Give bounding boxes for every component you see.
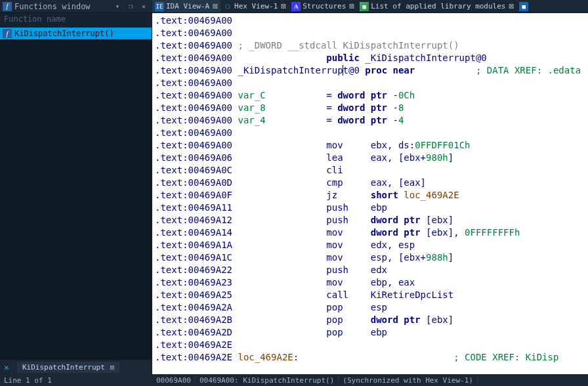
token-sp xyxy=(232,302,326,312)
disasm-status-bar: 00069A00 00469A00: KiDispatchInterrupt()… xyxy=(152,374,588,386)
token-inst: push xyxy=(326,215,348,225)
token-sp xyxy=(232,140,326,150)
token-s: edx xyxy=(371,265,387,275)
disasm-line[interactable]: .text:00469A2B pop dword ptr [ebx] xyxy=(152,314,588,326)
disasm-line[interactable]: .text:00469A12 push dword ptr [ebx] xyxy=(152,214,588,226)
function-icon: f xyxy=(3,29,12,38)
token-cmt: ; _DWORD __stdcall KiDispatchInterrupt() xyxy=(232,40,459,51)
token-s: [ebx] xyxy=(421,215,454,225)
function-item[interactable]: f KiDispatchInterrupt() xyxy=(0,28,152,39)
token-ident: _KiDispatchInterrupt@0 xyxy=(365,53,486,63)
disasm-line[interactable]: .text:00469A11 push ebp xyxy=(152,202,588,214)
address: .text:00469A2E xyxy=(155,339,232,350)
disasm-line[interactable]: .text:00469A23 mov ebp, eax xyxy=(152,276,588,289)
panel-close-icon[interactable]: ✕ xyxy=(138,2,149,11)
panel-dropdown-icon[interactable]: ▾ xyxy=(112,2,123,11)
address: .text:00469A2B xyxy=(155,314,232,325)
disasm-line[interactable]: .text:00469A00 xyxy=(152,14,588,27)
token-var: var_4 xyxy=(238,115,265,125)
token-sp xyxy=(415,65,476,75)
tab-label: Structures xyxy=(303,2,346,11)
tab-close-icon[interactable]: ⊠ xyxy=(110,363,115,372)
disasm-line[interactable]: .text:00469A0F jz short loc_469A2E xyxy=(152,189,588,202)
bottom-tab-bar: ✕ KiDispatchInterrupt ⊠ xyxy=(0,360,152,374)
token-sp xyxy=(232,165,326,175)
token-s: = xyxy=(326,90,337,100)
disasm-line[interactable]: .text:00469A00 ; _DWORD __stdcall KiDisp… xyxy=(152,39,588,52)
disasm-line[interactable]: .text:00469A00 var_8 = dword ptr -8 xyxy=(152,102,588,114)
tab-list-of-applied-library-modules[interactable]: ▦List of applied library modules⊠ xyxy=(357,0,516,13)
tab-hex-view-1[interactable]: ⬡Hex View-1⊠ xyxy=(220,0,289,13)
disasm-line[interactable]: .text:00469A1C mov esp, [ebx+988h] xyxy=(152,251,588,264)
ida-icon: IE xyxy=(155,2,164,11)
status-offset: 00069A00 xyxy=(152,376,196,385)
disasm-line[interactable]: .text:00469A0D cmp eax, [eax] xyxy=(152,177,588,189)
disasm-line[interactable]: .text:00469A2E loc_469A2E: ; CODE XREF: … xyxy=(152,351,588,364)
disasm-line[interactable]: .text:00469A2E xyxy=(152,339,588,351)
functions-window-titlebar[interactable]: f Functions window ▾ ❐ ✕ xyxy=(0,0,152,13)
tab-close-icon[interactable]: ⊠ xyxy=(281,1,286,11)
token-sp xyxy=(348,265,371,275)
token-s: eax, [ebx+ xyxy=(371,152,426,163)
disasm-line[interactable]: .text:00469A00 public _KiDispatchInterru… xyxy=(152,52,588,64)
address: .text:00469A00 xyxy=(155,65,232,75)
token-inst: mov xyxy=(326,240,343,250)
token-s: esp xyxy=(371,302,387,312)
disasm-line[interactable]: .text:00469A00 xyxy=(152,77,588,89)
functions-list[interactable]: f KiDispatchInterrupt() xyxy=(0,28,152,360)
disasm-line[interactable]: .text:00469A2A pop esp xyxy=(152,301,588,314)
token-num: 4 xyxy=(398,115,404,125)
disasm-line[interactable]: .text:00469A1A mov edx, esp xyxy=(152,239,588,251)
functions-window-panel: f Functions window ▾ ❐ ✕ Function name f… xyxy=(0,0,152,386)
tab-close-icon[interactable]: ⊠ xyxy=(213,1,218,11)
tab-close-icon[interactable]: ⊠ xyxy=(509,1,514,11)
disasm-line[interactable]: .text:00469A00 var_C = dword ptr -0Ch xyxy=(152,89,588,102)
token-kw: dword ptr xyxy=(337,115,387,125)
close-tab-icon[interactable]: ✕ xyxy=(0,362,13,372)
token-inst: push xyxy=(326,265,348,275)
disasm-line[interactable]: .text:00469A25 call KiRetireDpcList xyxy=(152,289,588,301)
token-sp xyxy=(232,215,326,225)
address: .text:00469A06 xyxy=(155,152,232,163)
address: .text:00469A00 xyxy=(155,102,232,113)
disasm-line[interactable]: .text:00469A0C cli xyxy=(152,164,588,177)
lib-icon: ▦ xyxy=(360,2,369,11)
function-item-name: KiDispatchInterrupt() xyxy=(14,29,114,38)
address: .text:00469A00 xyxy=(155,28,232,38)
panel-restore-icon[interactable]: ❐ xyxy=(125,2,136,11)
token-kw: public xyxy=(326,53,360,63)
disasm-line[interactable]: .text:00469A00 _KiDispatchInterrupt@0 pr… xyxy=(152,64,588,77)
tab-ida-view-a[interactable]: IEIDA View-A⊠ xyxy=(152,0,220,13)
disasm-line[interactable]: .text:00469A06 lea eax, [ebx+980h] xyxy=(152,152,588,164)
token-s: = xyxy=(326,102,337,113)
token-sp xyxy=(348,215,371,225)
bottom-tab[interactable]: KiDispatchInterrupt ⊠ xyxy=(17,362,119,373)
disasm-line[interactable]: .text:00469A00 var_4 = dword ptr -4 xyxy=(152,114,588,127)
token-inst: pop xyxy=(326,302,343,312)
token-s: - xyxy=(387,102,398,113)
disasm-line[interactable]: .text:00469A00 mov ebx, ds:0FFDFF01Ch xyxy=(152,139,588,152)
token-var: var_8 xyxy=(238,102,265,113)
address: .text:00469A23 xyxy=(155,277,232,288)
tab-structures[interactable]: AStructures⊠ xyxy=(289,0,357,13)
address: .text:00469A2D xyxy=(155,327,232,337)
token-kw: dword ptr xyxy=(371,215,421,225)
token-inst: pop xyxy=(326,314,343,325)
disasm-line[interactable]: .text:00469A14 mov dword ptr [ebx], 0FFF… xyxy=(152,226,588,239)
address: .text:00469A12 xyxy=(155,215,232,225)
disassembly-view[interactable]: .text:00469A00.text:00469A00.text:00469A… xyxy=(152,13,588,374)
tab-close-icon[interactable]: ⊠ xyxy=(349,1,354,11)
disasm-line[interactable]: .text:00469A22 push edx xyxy=(152,264,588,276)
tab-overflow[interactable]: ■ xyxy=(516,0,531,13)
token-s: = xyxy=(326,115,337,125)
address: .text:00469A00 xyxy=(155,90,232,100)
address: .text:00469A2A xyxy=(155,302,232,312)
disasm-line[interactable]: .text:00469A00 xyxy=(152,27,588,39)
disasm-line[interactable]: .text:00469A00 xyxy=(152,127,588,139)
token-sp xyxy=(266,90,327,100)
address: .text:00469A00 xyxy=(155,140,232,150)
function-name-filter[interactable]: Function name xyxy=(0,13,152,28)
disasm-line[interactable]: .text:00469A2D pop ebp xyxy=(152,326,588,339)
token-sp xyxy=(343,327,371,337)
token-sp xyxy=(232,227,326,238)
